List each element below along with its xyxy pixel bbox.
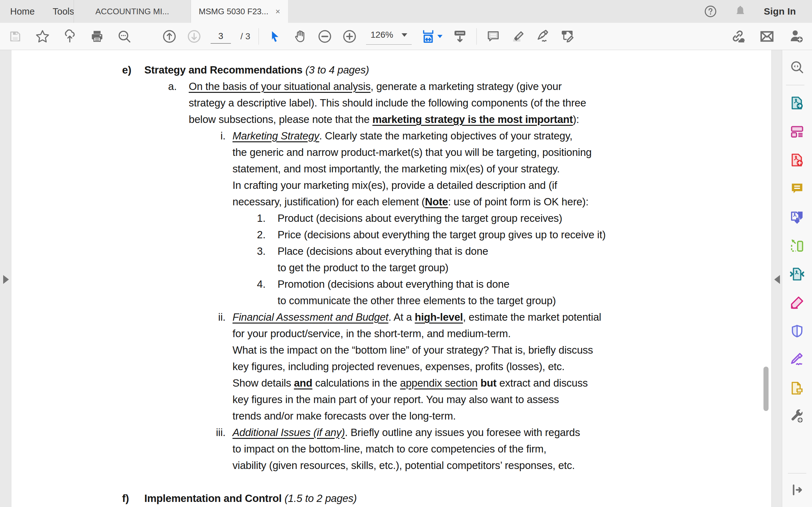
highlight-icon — [511, 29, 525, 44]
print-button[interactable] — [89, 27, 105, 45]
doc-text-line: Show details and calculations in the app… — [233, 375, 763, 391]
bell-icon[interactable] — [733, 4, 747, 18]
tools-menu[interactable]: Tools — [53, 0, 74, 23]
doc-list-label: f) — [122, 490, 129, 507]
zoom-tools-icon — [790, 60, 804, 74]
doc-text-line: What is the impact on the “bottom line” … — [233, 342, 763, 358]
zoom-in-button[interactable] — [341, 27, 358, 45]
protect-pdf-button[interactable] — [786, 320, 808, 343]
help-icon[interactable] — [704, 4, 717, 18]
doc-text-line: to impact on the bottom-line, match to c… — [233, 441, 763, 457]
doc-text-line: below subsections, please note that the … — [189, 111, 763, 128]
doc-text-line: Additional Issues (if any). Briefly outl… — [233, 424, 763, 441]
doc-block-f: f)Implementation and Control (1.5 to 2 p… — [11, 490, 763, 507]
share-upload-icon — [62, 29, 77, 44]
edit-document-button[interactable] — [559, 27, 576, 45]
doc-list-label: 3. — [257, 243, 265, 260]
request-signatures-button[interactable] — [786, 348, 808, 371]
add-account-button[interactable] — [788, 27, 804, 45]
doc-block-1: 1.Product (decisions about everything th… — [11, 210, 763, 227]
comment-tool-button[interactable] — [786, 177, 808, 200]
page-number-input[interactable] — [211, 29, 231, 44]
organize-pages-button[interactable] — [786, 120, 808, 143]
doc-block-iii: iii.Additional Issues (if any). Briefly … — [11, 424, 763, 474]
scan-ocr-icon — [790, 238, 804, 253]
export-pdf-button[interactable] — [786, 92, 808, 114]
print-icon — [90, 30, 104, 43]
home-menu[interactable]: Home — [10, 0, 35, 23]
more-tools-button[interactable] — [786, 405, 808, 428]
chevron-down-icon — [402, 33, 407, 37]
zoom-out-icon — [317, 29, 332, 44]
open-tools-pane-button[interactable] — [786, 478, 808, 501]
page-display-button[interactable] — [452, 27, 468, 45]
fill-sign-button[interactable] — [535, 27, 551, 45]
hand-tool-button[interactable] — [292, 27, 308, 45]
doc-text-line: trends and/or make forecasts over the lo… — [233, 408, 763, 424]
doc-block-ii: ii.Financial Assessment and Budget. At a… — [11, 309, 763, 424]
document-tab-msmg-active[interactable]: MSMG 5030 F23... × — [191, 0, 288, 23]
previous-page-button[interactable] — [161, 27, 177, 45]
edit-document-icon — [560, 29, 575, 44]
toolbar-divider — [476, 28, 477, 45]
zoom-level-control[interactable]: 126% — [366, 28, 412, 45]
comment-button[interactable] — [485, 27, 502, 45]
doc-text-line: the generic and narrow product-market(s)… — [233, 144, 763, 161]
toolbar: / 3 — [0, 23, 812, 50]
add-account-icon — [789, 29, 804, 44]
fit-width-button[interactable] — [420, 27, 444, 45]
send-for-comments-icon — [790, 381, 804, 395]
favorite-star-icon — [35, 29, 50, 44]
doc-block-e: e)Strategy and Recommendations (3 to 4 p… — [11, 62, 763, 78]
fill-and-sign-button[interactable] — [786, 291, 808, 314]
tools-sidebar — [782, 50, 812, 507]
doc-list-label: i. — [200, 128, 225, 144]
create-pdf-button[interactable] — [786, 149, 808, 171]
zoom-level-value: 126% — [370, 30, 393, 40]
doc-text-line: to get the product to the target group) — [277, 260, 763, 276]
protect-pdf-icon — [790, 324, 804, 338]
more-tools-icon — [790, 409, 804, 424]
combine-files-button[interactable] — [786, 206, 808, 228]
page-display-icon — [453, 29, 467, 44]
select-tool-button[interactable] — [267, 27, 284, 45]
share-link-button[interactable] — [729, 27, 746, 45]
email-button[interactable] — [759, 27, 775, 45]
doc-text-line: Place (decisions about everything that i… — [277, 243, 763, 260]
find-button[interactable] — [116, 27, 133, 45]
doc-list-label: iii. — [200, 424, 225, 441]
page-count-label: / 3 — [241, 32, 250, 42]
sidebar-divider — [788, 473, 806, 473]
fit-width-icon — [421, 29, 436, 44]
open-tools-pane-arrow-icon[interactable] — [774, 275, 780, 284]
page-down-icon — [187, 29, 201, 44]
scrollbar-thumb[interactable] — [763, 367, 768, 411]
doc-list-label: 1. — [257, 210, 265, 227]
document-tab-accounting[interactable]: ACCOUNTING MI... — [73, 0, 191, 23]
sign-in-button[interactable]: Sign In — [764, 0, 796, 23]
zoom-in-icon — [342, 29, 357, 44]
zoom-tools-button[interactable] — [786, 56, 808, 78]
fill-sign-pen-icon — [536, 29, 550, 44]
send-for-comments-button[interactable] — [786, 377, 808, 400]
favorite-button[interactable] — [34, 27, 51, 45]
next-page-button[interactable] — [186, 27, 202, 45]
fill-and-sign-icon — [790, 295, 804, 310]
doc-text-line: On the basis of your situational analysi… — [189, 78, 763, 95]
doc-text-line: Promotion (decisions about everything th… — [277, 276, 763, 292]
find-icon — [117, 29, 132, 44]
doc-text-line: strategy a descriptive label). This shou… — [189, 95, 763, 111]
doc-text-line: Financial Assessment and Budget. At a hi… — [233, 309, 763, 326]
doc-text-line: key figures in the main part of your rep… — [233, 391, 763, 408]
share-upload-button[interactable] — [61, 27, 78, 45]
close-tab-icon[interactable]: × — [275, 7, 280, 15]
zoom-out-button[interactable] — [316, 27, 333, 45]
highlight-button[interactable] — [510, 27, 526, 45]
open-navigation-pane-icon[interactable] — [3, 275, 9, 284]
compress-pdf-button[interactable] — [786, 263, 808, 285]
vertical-scrollbar[interactable] — [763, 50, 769, 507]
doc-list-label: a. — [168, 78, 177, 95]
scan-ocr-button[interactable] — [786, 234, 808, 257]
save-button[interactable] — [7, 27, 23, 45]
open-tools-pane-icon — [790, 483, 804, 497]
